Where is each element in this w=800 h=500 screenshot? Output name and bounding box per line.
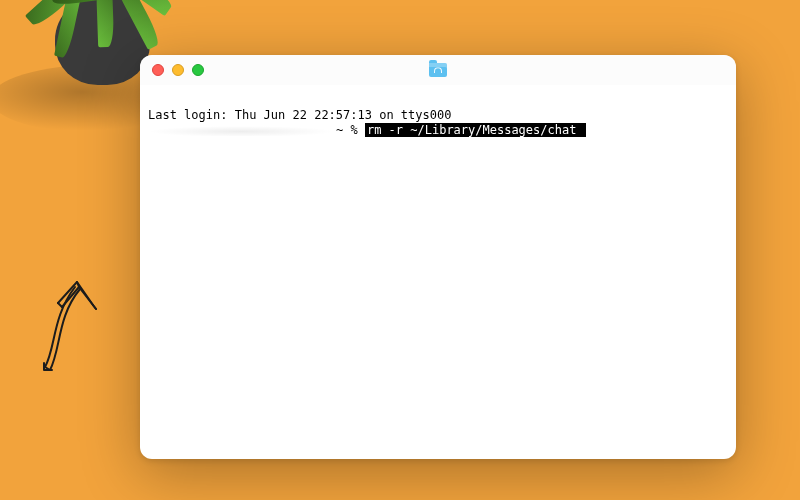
highlighted-command: rm -r ~/Library/Messages/chat xyxy=(365,123,586,137)
close-button[interactable] xyxy=(152,64,164,76)
terminal-window: Last login: Thu Jun 22 22:57:13 on ttys0… xyxy=(140,55,736,459)
prompt: ~ % xyxy=(336,123,365,137)
command-line: ~ % rm -r ~/Library/Messages/chat xyxy=(148,123,586,137)
sketched-arrow-icon xyxy=(30,265,110,375)
zoom-button[interactable] xyxy=(192,64,204,76)
last-login-line: Last login: Thu Jun 22 22:57:13 on ttys0… xyxy=(148,108,451,122)
terminal-body[interactable]: Last login: Thu Jun 22 22:57:13 on ttys0… xyxy=(140,85,736,459)
window-titlebar[interactable] xyxy=(140,55,736,85)
obscured-hostname xyxy=(148,126,334,136)
home-folder-icon xyxy=(429,63,447,77)
traffic-lights xyxy=(152,64,204,76)
minimize-button[interactable] xyxy=(172,64,184,76)
